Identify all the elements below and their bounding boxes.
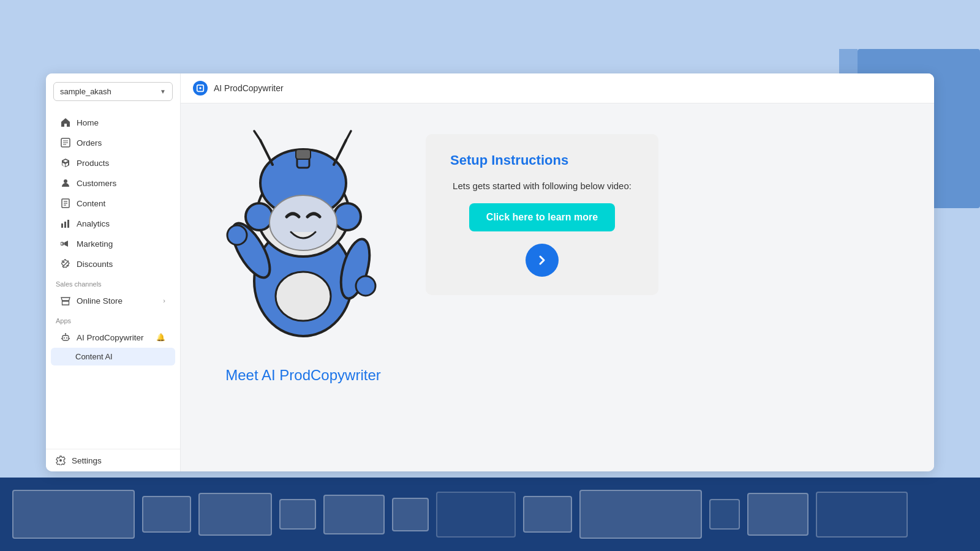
svg-line-34 (346, 131, 351, 140)
sidebar-item-orders[interactable]: Orders (51, 133, 175, 152)
sidebar-item-online-store[interactable]: Online Store › (51, 291, 175, 310)
bell-icon: 🔔 (156, 333, 165, 342)
sidebar-item-label: Online Store (77, 296, 123, 305)
content-area: Meet AI ProdCopywriter Setup Instruction… (181, 103, 934, 402)
sidebar-item-analytics[interactable]: Analytics (51, 214, 175, 233)
sidebar: sample_akash ▼ Home Orders (46, 73, 181, 471)
robot-section: Meet AI ProdCopywriter (205, 122, 401, 384)
sidebar-item-content[interactable]: Content (51, 193, 175, 213)
svg-rect-10 (64, 222, 66, 228)
svg-point-18 (66, 337, 67, 339)
svg-point-4 (64, 179, 67, 183)
apps-label: Apps (46, 311, 180, 327)
sidebar-item-discounts[interactable]: Discounts (51, 254, 175, 274)
sidebar-sub-item-content-ai[interactable]: Content AI (51, 348, 175, 365)
store-selector[interactable]: sample_akash ▼ (53, 82, 173, 101)
settings-icon (56, 455, 66, 465)
svg-point-20 (65, 333, 66, 334)
products-icon (61, 158, 70, 168)
setup-card: Setup Instructions Lets gets started wit… (426, 134, 658, 295)
sidebar-item-label: Products (77, 159, 109, 168)
customers-icon (61, 178, 70, 188)
svg-rect-9 (61, 223, 63, 228)
svg-point-13 (63, 261, 65, 263)
sidebar-item-settings[interactable]: Settings (46, 449, 180, 471)
svg-rect-30 (296, 149, 311, 159)
store-icon (61, 296, 70, 305)
sidebar-item-customers[interactable]: Customers (51, 173, 175, 193)
chevron-down-icon: ▼ (160, 88, 166, 95)
topbar-title: AI ProdCopywriter (214, 83, 284, 93)
svg-line-32 (254, 131, 260, 140)
sidebar-item-label: Marketing (77, 239, 113, 249)
content-icon (61, 198, 70, 208)
svg-rect-16 (62, 335, 69, 340)
sidebar-item-products[interactable]: Products (51, 153, 175, 173)
sidebar-item-label: AI ProdCopywriter (77, 333, 144, 342)
sidebar-item-label: Home (77, 118, 99, 127)
sidebar-item-label: Content (77, 199, 105, 208)
robot-illustration (205, 122, 401, 354)
main-content: AI ProdCopywriter (181, 73, 934, 471)
svg-point-41 (356, 276, 375, 296)
sidebar-item-label: Customers (77, 179, 116, 188)
svg-point-37 (270, 195, 337, 250)
svg-point-36 (334, 203, 361, 230)
svg-point-17 (64, 337, 65, 339)
learn-more-button[interactable]: Click here to learn more (469, 203, 615, 231)
svg-rect-11 (67, 220, 69, 228)
svg-point-24 (199, 87, 202, 89)
marketing-icon (61, 239, 70, 249)
app-icon (193, 81, 208, 96)
svg-line-31 (260, 140, 273, 165)
app-window: sample_akash ▼ Home Orders (46, 73, 934, 471)
home-icon (61, 118, 70, 127)
setup-title: Setup Instructions (450, 152, 568, 168)
svg-point-40 (227, 225, 247, 245)
sidebar-sub-item-label: Content AI (75, 352, 113, 361)
meet-text: Meet AI ProdCopywriter (225, 367, 380, 384)
sidebar-item-home[interactable]: Home (51, 113, 175, 132)
sidebar-item-marketing[interactable]: Marketing (51, 234, 175, 253)
nav-section: Home Orders Products Cu (46, 110, 180, 449)
store-name: sample_akash (60, 87, 111, 96)
sidebar-item-label: Discounts (77, 260, 113, 269)
analytics-icon (61, 219, 70, 228)
sidebar-item-label: Analytics (77, 219, 110, 228)
setup-subtitle: Lets gets started with following below v… (453, 181, 631, 191)
svg-point-26 (276, 272, 331, 321)
sidebar-item-ai-prod-copywriter[interactable]: AI ProdCopywriter 🔔 (51, 328, 175, 347)
settings-label: Settings (72, 456, 102, 465)
bottom-decoration (0, 478, 980, 551)
svg-point-35 (246, 203, 273, 230)
sidebar-item-label: Orders (77, 138, 102, 148)
next-button[interactable] (526, 244, 559, 277)
sales-channels-label: Sales channels (46, 274, 180, 290)
orders-icon (61, 138, 70, 148)
top-bar: AI ProdCopywriter (181, 73, 934, 103)
svg-line-33 (334, 140, 346, 165)
discounts-icon (61, 259, 70, 269)
expand-icon: › (163, 297, 165, 304)
robot-icon (61, 332, 70, 342)
